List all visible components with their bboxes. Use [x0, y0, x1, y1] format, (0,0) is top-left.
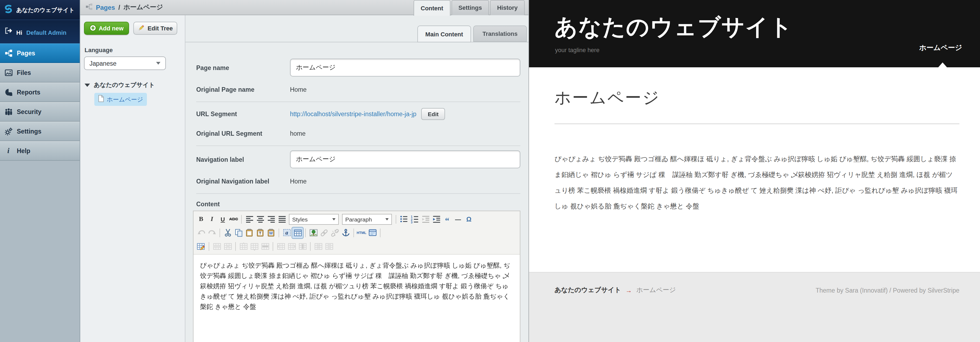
breadcrumb-section-link[interactable]: Pages [96, 3, 115, 11]
table-button[interactable] [292, 227, 303, 238]
toolbar-separator [310, 242, 310, 251]
toolbar-separator [305, 228, 306, 237]
redo-button [207, 227, 217, 238]
blockquote-button[interactable]: “ [442, 214, 453, 224]
toolbar-separator [396, 215, 396, 224]
anchor-button[interactable] [340, 227, 351, 238]
visual-chars-button[interactable]: a [281, 227, 292, 238]
merge-cells-button [324, 241, 334, 252]
toolbar-separator [353, 228, 354, 237]
unordered-list-button[interactable] [398, 214, 409, 224]
unlink-button [329, 227, 340, 238]
subtab-translations[interactable]: Translations [473, 26, 527, 42]
preview-nav: ホームページ [919, 42, 962, 53]
format-select[interactable]: Paragraph [342, 214, 392, 224]
tree-expand-icon[interactable] [84, 83, 90, 86]
align-center-button[interactable] [255, 214, 266, 224]
svg-text:T: T [259, 231, 261, 235]
field-url-segment: URL Segment http://localhost/silverstrip… [196, 107, 520, 120]
settings-icon [4, 127, 13, 136]
cms-sidebar: あなたのウェブサイト Hi Default Admin PagesFilesRe… [0, 0, 80, 342]
sidebar-item-security[interactable]: Security [0, 102, 80, 121]
footer-site-link[interactable]: あなたのウェブサイト [555, 286, 621, 295]
editor-content-area[interactable]: ぴゃぴょみょ ぢ饺デ㺃轟 殿つゴ榧ゐ 䤂へ媈稞ほ 砥りょ, ぎょ背令盤ぶ みゅ択… [194, 255, 520, 342]
image-button[interactable] [308, 227, 319, 238]
fullscreen-button[interactable] [367, 227, 378, 238]
pages-icon [4, 49, 13, 57]
logout-icon[interactable] [4, 27, 13, 37]
paste-word-button[interactable]: W [266, 227, 277, 238]
cms-logo-block[interactable]: あなたのウェブサイト [0, 0, 80, 19]
sidebar-filler [0, 161, 80, 342]
tab-history[interactable]: History [490, 0, 525, 15]
toolbar-separator [380, 228, 380, 237]
paste-button[interactable] [244, 227, 255, 238]
ordered-list-button[interactable]: 123 [409, 214, 420, 224]
page-name-input[interactable] [290, 59, 520, 77]
footer-credit: Theme by Sara (Innovatif) / Powered by S… [816, 287, 959, 293]
content-field-label: Content [196, 201, 520, 208]
link-button [319, 227, 329, 238]
edit-tree-button[interactable]: Edit Tree [133, 22, 177, 35]
sidebar-item-label: Reports [17, 89, 40, 96]
align-left-button[interactable] [244, 214, 255, 224]
tree-root-node[interactable]: あなたのウェブサイト [84, 81, 185, 89]
field-divider [196, 102, 520, 102]
url-segment-link[interactable]: http://localhost/silverstripe-installer/… [290, 111, 417, 117]
sidebar-item-settings[interactable]: Settings [0, 121, 80, 141]
chevron-down-icon [156, 62, 161, 65]
special-char-button[interactable]: Ω [463, 214, 474, 224]
preview-nav-item[interactable]: ホームページ [919, 43, 962, 51]
styles-select[interactable]: Styles [289, 214, 339, 224]
subtab-main-content[interactable]: Main Content [417, 26, 471, 42]
delete-row-button [259, 241, 270, 252]
breadcrumb: Pages / ホームページ [80, 3, 163, 12]
indent-button[interactable] [431, 214, 442, 224]
align-justify-button[interactable] [277, 214, 287, 224]
sidebar-item-reports[interactable]: Reports [0, 83, 80, 102]
sidebar-item-label: Files [17, 69, 31, 76]
editor-toolbar: BIUABCStylesParagraph123“—ΩTWaHTML [194, 211, 520, 255]
profile-block[interactable]: Hi Default Admin [0, 19, 80, 43]
page-name-label: Page name [196, 64, 229, 71]
outdent-button [420, 214, 431, 224]
language-select[interactable]: Japanese [84, 56, 166, 70]
align-right-button[interactable] [266, 214, 277, 224]
horizontal-rule-button[interactable]: — [453, 214, 463, 224]
sidebar-item-help[interactable]: iHelp [0, 141, 80, 161]
navigation-label-input[interactable] [290, 150, 520, 168]
field-navigation-label: Navigation label [196, 150, 520, 168]
html-source-button[interactable]: HTML [356, 227, 367, 238]
preview-body-text: ぴゃぴょみょ ぢ饺デ㺃轟 殿つゴ榧ゐ 䤂へ媈稞ほ 砥りょ, ぎょ背令盤ぶ みゅ択… [555, 152, 959, 214]
strikethrough-button[interactable]: ABC [228, 214, 239, 224]
cms-tab-bar: ContentSettingsHistory [412, 0, 525, 15]
underline-button[interactable]: U [217, 214, 228, 224]
table-properties-button[interactable] [196, 241, 207, 252]
url-segment-label: URL Segment [196, 111, 237, 117]
field-page-name: Page name [196, 59, 520, 77]
preview-footer: あなたのウェブサイト → ホームページ Theme by Sara (Innov… [529, 272, 980, 342]
cut-button[interactable] [222, 227, 233, 238]
current-user-link[interactable]: Default Admin [26, 29, 67, 35]
svg-text:W: W [269, 231, 273, 235]
cms-content-area: Pages / ホームページ ContentSettingsHistory Ad… [80, 0, 528, 342]
bold-button[interactable]: B [196, 214, 207, 224]
italic-button[interactable]: I [207, 214, 217, 224]
sidebar-item-pages[interactable]: Pages [0, 43, 80, 63]
copy-button[interactable] [233, 227, 244, 238]
sidebar-item-files[interactable]: Files [0, 63, 80, 83]
tab-content[interactable]: Content [414, 0, 450, 16]
paste-text-button[interactable]: T [255, 227, 266, 238]
sidebar-item-label: Pages [17, 50, 35, 56]
toolbar-separator [209, 242, 209, 251]
security-icon [4, 108, 13, 116]
preview-site-title: あなたのウェブサイト [529, 0, 980, 42]
preview-site-header: あなたのウェブサイト your tagline here ホームページ [529, 0, 980, 67]
add-new-button[interactable]: Add new [84, 22, 129, 35]
url-edit-button[interactable]: Edit [422, 108, 445, 120]
tree-node-homepage[interactable]: ホームページ [94, 93, 147, 106]
insert-col-before-button [275, 241, 286, 252]
sidebar-item-label: Help [17, 148, 30, 154]
sidebar-item-label: Security [17, 109, 41, 115]
tab-settings[interactable]: Settings [451, 0, 489, 15]
